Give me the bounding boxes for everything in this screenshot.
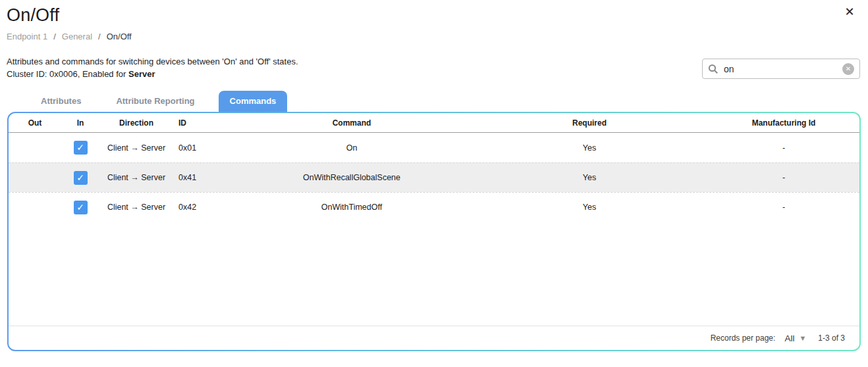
tab-commands[interactable]: Commands	[219, 91, 288, 112]
direction-cell: Client → Server	[99, 143, 173, 153]
chevron-down-icon: ▼	[799, 334, 806, 342]
dialog-header: On/Off ✕ Endpoint 1 / General / On/Off	[0, 0, 868, 41]
commands-table-frame: Out In Direction ID Command Required Man…	[7, 112, 861, 351]
commands-table: Out In Direction ID Command Required Man…	[9, 113, 859, 350]
required-cell: Yes	[471, 203, 708, 212]
in-checkbox-checked[interactable]: ✓	[74, 201, 88, 214]
manufacturing-id-cell: -	[708, 143, 859, 153]
direction-cell: Client → Server	[99, 203, 173, 212]
manufacturing-id-cell: -	[708, 173, 859, 182]
direction-cell: Client → Server	[99, 173, 173, 182]
pagination-range: 1-3 of 3	[818, 333, 845, 343]
id-cell: 0x42	[173, 203, 232, 212]
records-per-page-select[interactable]: All ▼	[784, 333, 806, 343]
clear-search-icon[interactable]: ✕	[842, 63, 854, 75]
col-header-id: ID	[173, 118, 232, 128]
close-icon[interactable]: ✕	[842, 4, 857, 20]
required-cell: Yes	[471, 143, 708, 153]
col-header-manufacturing-id: Manufacturing Id	[708, 118, 859, 128]
tab-attribute-reporting[interactable]: Attribute Reporting	[105, 91, 205, 112]
col-header-direction: Direction	[99, 118, 173, 128]
table-empty-space	[9, 222, 859, 326]
in-cell: ✓	[61, 171, 99, 185]
command-cell: OnWithRecallGlobalScene	[232, 173, 471, 182]
command-cell: OnWithTimedOff	[232, 203, 471, 212]
breadcrumb-general[interactable]: General	[62, 32, 92, 41]
col-header-required: Required	[471, 118, 708, 128]
col-header-command: Command	[232, 118, 471, 128]
in-checkbox-checked[interactable]: ✓	[74, 171, 88, 185]
table-row: ✓ Client → Server 0x41 OnWithRecallGloba…	[9, 162, 859, 192]
id-cell: 0x41	[173, 173, 232, 182]
search-box[interactable]: ✕	[702, 59, 860, 79]
in-cell: ✓	[61, 141, 99, 155]
search-icon	[708, 64, 719, 74]
records-per-page-value: All	[784, 333, 794, 343]
id-cell: 0x01	[173, 143, 232, 153]
search-input[interactable]	[724, 64, 842, 74]
breadcrumb-separator: /	[53, 32, 56, 41]
table-row: ✓ Client → Server 0x01 On Yes -	[9, 133, 859, 162]
in-checkbox-checked[interactable]: ✓	[74, 141, 88, 155]
records-per-page-label: Records per page:	[711, 333, 776, 343]
manufacturing-id-cell: -	[708, 203, 859, 212]
tab-attributes[interactable]: Attributes	[30, 91, 92, 112]
table-footer: Records per page: All ▼ 1-3 of 3	[9, 326, 859, 350]
breadcrumb-endpoint[interactable]: Endpoint 1	[7, 32, 47, 41]
command-cell: On	[232, 143, 471, 153]
required-cell: Yes	[471, 173, 708, 182]
in-cell: ✓	[61, 201, 99, 214]
table-header-row: Out In Direction ID Command Required Man…	[9, 113, 859, 133]
page-title: On/Off	[7, 5, 861, 26]
col-header-out: Out	[9, 118, 61, 128]
table-row: ✓ Client → Server 0x42 OnWithTimedOff Ye…	[9, 192, 859, 222]
breadcrumb: Endpoint 1 / General / On/Off	[7, 32, 861, 41]
breadcrumb-current: On/Off	[107, 32, 132, 41]
breadcrumb-separator: /	[98, 32, 101, 41]
tab-bar: Attributes Attribute Reporting Commands	[30, 91, 868, 112]
enabled-for-value: Server	[128, 69, 155, 79]
col-header-in: In	[61, 118, 99, 128]
